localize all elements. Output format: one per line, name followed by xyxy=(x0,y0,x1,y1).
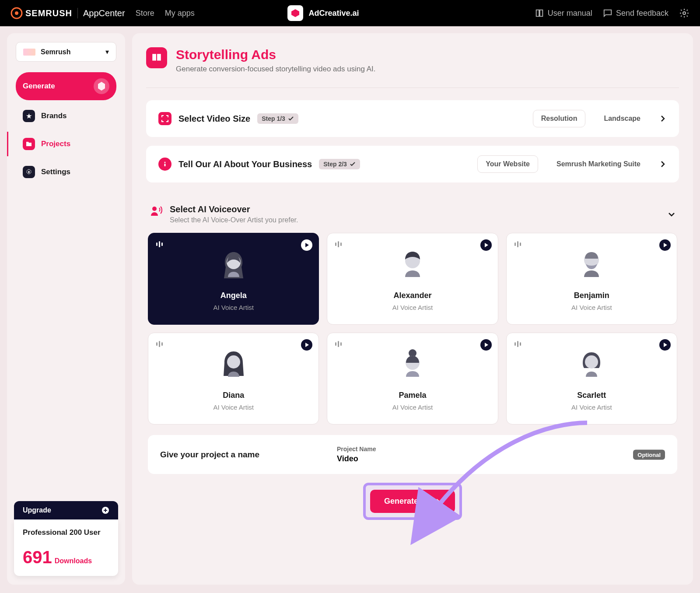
user-manual-label: User manual xyxy=(548,9,592,18)
voice-role: AI Voice Artist xyxy=(157,404,310,411)
upgrade-button[interactable]: Upgrade xyxy=(14,501,118,519)
voice-card-alexander[interactable]: Alexander AI Voice Artist xyxy=(327,233,498,325)
nav-store[interactable]: Store xyxy=(136,9,154,18)
step-title: Select Video Size xyxy=(178,114,250,124)
sidebar-item-projects[interactable]: Projects xyxy=(7,132,116,156)
logo-group: SEMRUSH AppCenter xyxy=(10,7,125,19)
svg-marker-4 xyxy=(98,82,105,91)
play-button[interactable] xyxy=(659,339,671,351)
gear-icon[interactable] xyxy=(679,8,690,18)
project-name-input[interactable] xyxy=(337,454,665,463)
audio-bars-icon xyxy=(335,341,342,347)
voice-name: Alexander xyxy=(336,291,489,300)
voice-name: Benjamin xyxy=(515,291,668,300)
svg-marker-2 xyxy=(291,9,299,17)
cube-icon xyxy=(94,78,109,94)
chevron-down-icon[interactable] xyxy=(668,211,676,218)
plus-circle-icon xyxy=(102,506,109,514)
audio-bars-icon xyxy=(514,241,521,247)
sidebar-item-generate[interactable]: Generate xyxy=(16,72,116,100)
voice-card-angela[interactable]: Angela AI Voice Artist xyxy=(148,233,319,325)
app-name: AdCreative.ai xyxy=(308,9,359,18)
expand-icon xyxy=(158,112,172,125)
voice-name: Angela xyxy=(157,291,310,300)
website-selector[interactable]: Your Website xyxy=(477,155,538,173)
user-manual-link[interactable]: User manual xyxy=(535,8,592,18)
svg-point-5 xyxy=(28,171,30,173)
app-badge: AdCreative.ai xyxy=(287,5,359,21)
avatar-female-icon xyxy=(214,345,253,385)
topbar: SEMRUSH AppCenter Store My apps AdCreati… xyxy=(0,0,700,26)
check-icon xyxy=(350,161,356,167)
step-badge: Step 2/3 xyxy=(319,159,360,169)
chevron-right-icon[interactable] xyxy=(659,160,667,168)
avatar-male-beard-icon xyxy=(572,246,611,285)
website-value: Semrush Marketing Suite xyxy=(549,156,648,172)
voice-role: AI Voice Artist xyxy=(515,304,668,311)
star-icon: ★ xyxy=(23,110,35,122)
voice-name: Pamela xyxy=(336,391,489,400)
voice-role: AI Voice Artist xyxy=(336,404,489,411)
send-feedback-link[interactable]: Send feedback xyxy=(603,8,668,18)
voice-role: AI Voice Artist xyxy=(336,304,489,311)
resolution-selector[interactable]: Resolution xyxy=(533,110,586,127)
brand-logo-thumb xyxy=(23,49,35,56)
voice-card-scarlett[interactable]: Scarlett AI Voice Artist xyxy=(506,333,677,425)
step-card-business: Tell Our AI About Your Business Step 2/3… xyxy=(146,146,679,182)
audio-bars-icon xyxy=(156,341,163,347)
avatar-female-bob-icon xyxy=(572,345,611,385)
voiceover-subtitle: Select the AI Voice-Over Artist you pref… xyxy=(170,216,661,224)
play-button[interactable] xyxy=(659,239,671,251)
dropdown-caret-icon: ▾ xyxy=(105,48,109,56)
generate-button[interactable]: Generate xyxy=(370,490,455,513)
page-subtitle: Generate conversion-focused storytelling… xyxy=(176,65,375,74)
topbar-right: User manual Send feedback xyxy=(535,8,690,18)
play-button[interactable] xyxy=(301,339,312,351)
play-button[interactable] xyxy=(301,239,312,251)
step-badge: Step 1/3 xyxy=(257,113,298,124)
downloads-label: Downloads xyxy=(55,557,92,565)
plan-card: Professional 200 User 691 Downloads xyxy=(14,519,118,576)
annotation-highlight: Generate xyxy=(363,483,462,520)
check-icon xyxy=(288,116,294,122)
step-card-voiceover: Select AI Voiceover Select the AI Voice-… xyxy=(146,191,679,530)
sidebar-bottom: Upgrade Professional 200 User 691 Downlo… xyxy=(16,501,116,576)
upgrade-label: Upgrade xyxy=(23,506,51,514)
chevron-right-icon[interactable] xyxy=(659,115,667,123)
play-button[interactable] xyxy=(480,339,492,351)
brand-selector[interactable]: Semrush ▾ xyxy=(16,42,116,62)
sidebar: Semrush ▾ Generate ★ Brands Projects Set… xyxy=(7,33,125,585)
main-content: Storytelling Ads Generate conversion-foc… xyxy=(132,33,693,585)
voice-card-benjamin[interactable]: Benjamin AI Voice Artist xyxy=(506,233,677,325)
semrush-icon xyxy=(10,7,23,19)
avatar-female-icon xyxy=(214,246,253,285)
plan-name: Professional 200 User xyxy=(23,528,109,537)
svg-rect-8 xyxy=(164,164,166,166)
chat-icon xyxy=(603,8,612,18)
app-icon xyxy=(287,5,303,21)
appcenter-label[interactable]: AppCenter xyxy=(83,8,125,18)
nav-myapps[interactable]: My apps xyxy=(165,9,195,18)
semrush-logo[interactable]: SEMRUSH xyxy=(10,7,72,19)
svg-point-3 xyxy=(683,12,686,14)
audio-bars-icon xyxy=(335,241,342,247)
sidebar-item-brands[interactable]: ★ Brands xyxy=(16,104,116,128)
brand-text: SEMRUSH xyxy=(25,8,72,18)
audio-bars-icon xyxy=(156,241,163,247)
downloads-row: 691 Downloads xyxy=(23,547,109,567)
svg-point-7 xyxy=(164,162,166,163)
voice-name: Scarlett xyxy=(515,391,668,400)
play-button[interactable] xyxy=(480,239,492,251)
voice-card-pamela[interactable]: Pamela AI Voice Artist xyxy=(327,333,498,425)
page-title: Storytelling Ads xyxy=(176,47,375,62)
generate-button-label: Generate xyxy=(384,497,418,506)
optional-badge: Optional xyxy=(633,449,665,460)
audio-bars-icon xyxy=(514,341,521,347)
voiceover-title: Select AI Voiceover xyxy=(170,204,661,214)
info-icon xyxy=(158,158,172,171)
sidebar-item-settings[interactable]: Settings xyxy=(16,160,116,184)
project-label: Give your project a name xyxy=(160,450,326,460)
voice-card-diana[interactable]: Diana AI Voice Artist xyxy=(148,333,319,425)
divider xyxy=(77,8,78,18)
sidebar-item-label: Generate xyxy=(23,82,55,91)
